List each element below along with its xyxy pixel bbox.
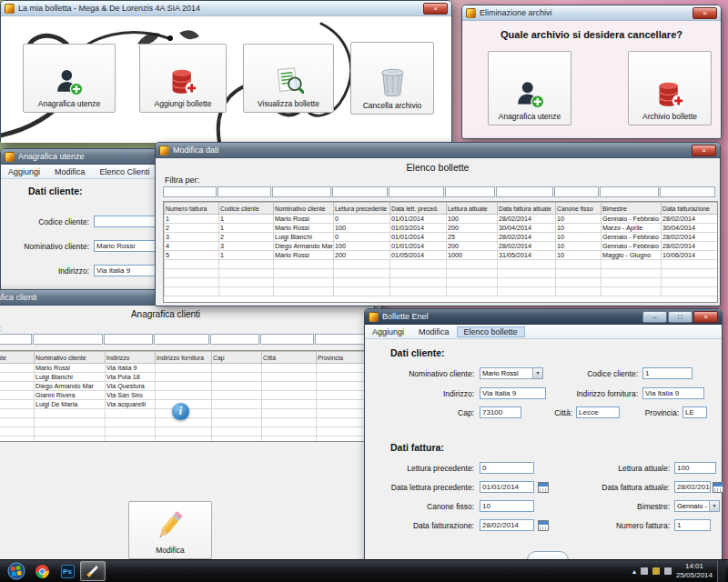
provincia-field[interactable]: LE [682,406,707,418]
titlebar-eliminazione[interactable]: Eliminazione archivi × [462,5,721,21]
table-row[interactable]: 21Mario Rossi10001/03/201420030/04/20141… [165,224,718,233]
filter-input[interactable] [154,334,209,345]
table-row[interactable]: 2Luigi BianchiVia Pola 18 [0,373,371,382]
modifica-cliente-button[interactable]: Modifica [128,501,212,559]
cell [156,382,212,391]
filter-input[interactable] [163,186,217,197]
column-header[interactable]: Data fattura attuale [498,203,556,215]
column-header[interactable]: Indirizzo [106,352,156,364]
table-row[interactable]: 51Mario Rossi20001/05/2014100031/05/2014… [165,251,718,260]
filter-input[interactable] [332,186,388,197]
column-header[interactable]: Bimestre [602,203,662,215]
titlebar-bollette-enel[interactable]: Bollette Enel – □ × [365,309,722,325]
elimina-anagrafica-utenze-button[interactable]: Anagrafica utenze [488,51,571,125]
menu-aggiungi[interactable]: Aggiungi [1,166,47,177]
column-header[interactable]: Codice cliente [0,352,35,364]
column-header[interactable]: Canone fisso [556,203,602,215]
filter-input[interactable] [315,334,369,345]
filter-input[interactable] [217,186,271,197]
calendar-icon[interactable] [538,520,549,531]
column-header[interactable]: Indirizzo fornitura [156,352,212,364]
tray-alert-icon[interactable] [652,567,660,575]
filter-input[interactable] [272,186,331,197]
close-icon[interactable]: × [693,7,717,19]
visualizza-bollette-button[interactable]: Visualizza bollette [243,44,334,113]
bimestre-select[interactable]: Gennaio - Febbraio ▾ [674,500,720,512]
start-button[interactable] [4,561,29,581]
menu-elenco-clienti[interactable]: Elenco Clienti [93,166,157,177]
tray-network-icon[interactable] [641,567,648,575]
lettura-attuale-field[interactable]: 100 [674,462,716,474]
column-header[interactable]: Nominativo cliente [35,352,106,364]
indirizzo-field[interactable]: Via Italia 9 [480,387,546,399]
column-header[interactable]: Lettura attuale [447,203,498,215]
column-header[interactable]: Numero fattura [165,203,219,215]
indirizzo-fornitura-field[interactable]: Via Italia 9 [642,387,704,399]
close-icon[interactable]: × [692,145,716,156]
filter-input[interactable] [260,334,314,345]
filter-input[interactable] [445,186,495,197]
data-fatturazione-field[interactable]: 28/02/2014 [480,519,534,531]
calendar-icon[interactable] [713,482,723,493]
nominativo-cliente-select[interactable]: Mario Rossi ▾ [480,367,543,379]
tray-expand-icon[interactable]: ▴ [632,567,636,576]
filter-input[interactable] [600,186,659,197]
table-row[interactable]: 1Mario RossiVia Italia 9 [0,364,371,373]
show-desktop-button[interactable] [717,560,725,582]
cell: 1 [165,215,219,224]
column-header[interactable]: Provincia [317,352,371,364]
column-header[interactable]: Città [262,352,317,364]
filter-input[interactable] [660,186,715,197]
table-row[interactable]: 32Luigi Bianchi001/01/20142528/02/201410… [165,233,718,242]
lettura-precedente-field[interactable]: 0 [480,462,534,474]
titlebar-la-mia-bolletta[interactable]: La mia bolletta - Mega & De Lorenzis 4A … [1,1,451,16]
filter-input[interactable] [389,186,444,197]
data-lettura-precedente-field[interactable]: 01/01/2014 [480,481,534,493]
menu-elenco-bollette[interactable]: Elenco bollette [457,326,525,337]
empty-row [165,260,718,269]
menu-aggiungi[interactable]: Aggiungi [365,326,411,337]
numero-fattura-field[interactable]: 1 [674,519,711,531]
cell: 10/06/2014 [662,251,718,260]
menu-modifica[interactable]: Modifica [411,326,457,337]
taskbar-chrome-button[interactable] [29,561,55,581]
codice-cliente-field[interactable]: 1 [642,367,693,379]
taskbar-clock[interactable]: 14:01 25/05/2014 [676,562,713,580]
close-icon[interactable]: × [693,311,718,323]
taskbar-bolletta-app-button[interactable] [80,561,106,581]
filter-input[interactable] [104,334,153,345]
anagrafica-utenze-button[interactable]: Anagrafica utenze [23,44,116,113]
canone-fisso-field[interactable]: 10 [480,500,534,512]
data-fattura-attuale-field[interactable]: 28/02/2014 [674,481,711,493]
filter-input[interactable] [33,334,103,345]
maximize-icon[interactable]: □ [668,311,693,323]
tray-volume-icon[interactable] [664,567,672,575]
filter-input[interactable] [210,334,259,345]
column-header[interactable]: Codice cliente [219,203,274,215]
info-icon[interactable]: i [172,403,189,420]
cancella-archivio-button[interactable]: Cancella archivio [350,42,434,115]
cap-field[interactable]: 73100 [480,406,521,418]
filter-input[interactable] [554,186,599,197]
taskbar-photoshop-button[interactable]: Ps [55,561,80,581]
close-icon[interactable]: × [423,3,448,15]
elimina-archivio-bollette-button[interactable]: Archivio bollette [628,51,712,125]
table-row[interactable]: 11Mario Rossi001/01/201410028/02/201410G… [165,215,718,224]
aggiungi-bollette-button[interactable]: Aggiungi bollette [139,44,227,113]
minimize-icon[interactable]: – [642,311,667,323]
table-row[interactable]: 43Diego Armando Mar10001/01/201420028/02… [165,242,718,251]
windows-start-icon [7,562,25,580]
titlebar-modifica-dati[interactable]: Modifica dati × [156,143,720,158]
menu-modifica[interactable]: Modifica [47,166,93,177]
table-row[interactable]: 3Diego Armando MarVia Questura [0,382,371,391]
column-header[interactable]: Cap [212,352,262,364]
column-header[interactable]: Data lett. preced. [390,203,447,215]
filter-input[interactable] [496,186,553,197]
column-header[interactable]: Nominativo cliente [274,203,334,215]
filter-input[interactable] [0,334,32,345]
citta-field[interactable]: Lecce [576,406,620,418]
column-header[interactable]: Lettura precedente [334,203,390,215]
calendar-icon[interactable] [538,482,549,493]
column-header[interactable]: Data fatturazione [662,203,718,215]
table-row[interactable]: 4Gianni RiveraVia San Siro [0,391,371,400]
